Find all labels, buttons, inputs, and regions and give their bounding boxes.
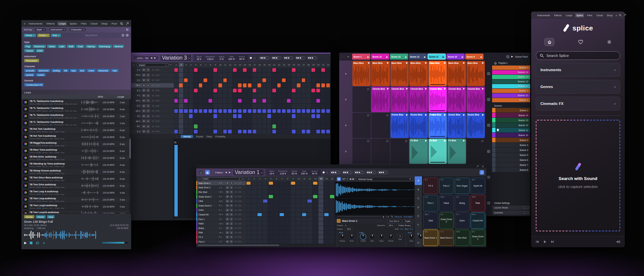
step-cell[interactable] <box>316 119 321 124</box>
remove-tag-icon[interactable]: × <box>58 34 59 36</box>
variation-chip[interactable] <box>307 56 317 60</box>
step-cell[interactable] <box>267 68 272 73</box>
step-cell[interactable] <box>228 98 233 104</box>
step-cell[interactable] <box>272 119 277 124</box>
step-cell[interactable] <box>203 104 208 109</box>
step-cell[interactable] <box>324 186 329 190</box>
next-sample-icon[interactable]: ▶ <box>352 178 354 180</box>
solo-button[interactable]: S <box>230 227 233 230</box>
bank-h[interactable]: H <box>415 238 422 247</box>
step-cell[interactable] <box>246 208 252 213</box>
step-cell[interactable] <box>198 83 203 88</box>
clear-filter-icon[interactable] <box>121 34 124 37</box>
mute-button[interactable]: M <box>226 222 229 225</box>
step-cell[interactable] <box>285 186 291 190</box>
clip-play-icon[interactable]: ▶ <box>406 114 408 116</box>
step-cell[interactable] <box>262 73 267 78</box>
clip-cell[interactable]: Bass Biza▶ <box>391 61 409 86</box>
clip-fx-biza[interactable]: Fx Biza▶ <box>429 139 447 164</box>
step-cell[interactable] <box>193 109 198 114</box>
clip-cell[interactable]: Drums Biza▶ <box>447 113 466 138</box>
step-cell[interactable] <box>296 181 301 186</box>
step-cell[interactable] <box>203 68 208 73</box>
list-icon[interactable] <box>126 28 129 31</box>
step-cell[interactable] <box>268 212 274 217</box>
pattern-param-steps[interactable]: Steps16 ▾ <box>267 170 276 175</box>
scene-play-icon[interactable]: ▶ <box>386 56 388 58</box>
step-cell[interactable] <box>311 78 316 83</box>
close-icon[interactable] <box>482 165 484 168</box>
clip-chords-biza[interactable]: Chords Biza▶ <box>409 87 428 112</box>
clip-play-icon[interactable]: ▶ <box>425 87 427 90</box>
step-cell[interactable] <box>193 83 198 88</box>
mute-button[interactable]: M <box>226 240 229 243</box>
mute-button[interactable]: M <box>142 89 146 92</box>
step-cell[interactable] <box>307 221 313 226</box>
record-icon[interactable] <box>323 171 325 173</box>
mute-button[interactable]: M <box>226 227 229 230</box>
step-cell[interactable] <box>198 114 203 119</box>
popout-icon[interactable] <box>623 14 626 17</box>
clip-play-icon[interactable]: ▶ <box>463 87 465 90</box>
loop-row[interactable]: TB Tom Loop2A.audioloopDrums, EDM, House… <box>22 210 131 213</box>
step-cell[interactable] <box>238 93 243 99</box>
filter-chip[interactable]: kicksnare <box>97 69 110 72</box>
step-cell[interactable] <box>252 104 257 109</box>
loop-row[interactable]: TB Tom Loop A.audioloopDrums, EDM, House… <box>22 189 131 196</box>
step-cell[interactable] <box>291 181 296 186</box>
step-cell[interactable] <box>296 83 301 88</box>
mute-button[interactable]: M <box>142 94 146 97</box>
loop-row[interactable]: TB Stomp Groove.audioloopDrums, EDM, Hou… <box>22 168 131 175</box>
mute-button[interactable]: M <box>226 231 229 234</box>
step-cell[interactable] <box>246 195 252 199</box>
step-cell[interactable] <box>223 73 228 78</box>
step-cell[interactable] <box>267 78 272 83</box>
knob-dial[interactable] <box>409 234 414 239</box>
step-cell[interactable] <box>296 93 301 99</box>
step-cell[interactable] <box>279 195 285 199</box>
bank-e[interactable]: E <box>415 212 422 221</box>
step-cell[interactable] <box>208 73 213 78</box>
preview-tag[interactable]: loop <box>47 215 55 218</box>
step-cell[interactable] <box>267 119 272 124</box>
pointer-icon[interactable] <box>126 22 129 25</box>
clip-cell[interactable]: Drums Biza▶ <box>409 113 428 138</box>
step-cell[interactable] <box>184 104 189 109</box>
step-cell[interactable] <box>318 204 324 208</box>
step-cell[interactable] <box>223 78 228 83</box>
step-cell[interactable] <box>252 226 257 231</box>
clip-play-icon[interactable]: ▶ <box>406 62 408 64</box>
step-cell[interactable] <box>326 98 331 104</box>
mute-button[interactable]: M <box>142 130 146 133</box>
step-cell[interactable] <box>252 68 257 73</box>
step-cell[interactable] <box>272 83 277 88</box>
step-cell[interactable] <box>193 119 198 124</box>
step-cell[interactable] <box>193 93 198 99</box>
step-cell[interactable] <box>218 98 223 104</box>
step-cell[interactable] <box>301 199 307 204</box>
filter-chip[interactable]: cymbal <box>24 73 35 76</box>
step-cell[interactable] <box>285 204 291 208</box>
row-stop-icon[interactable] <box>487 98 490 101</box>
step-cell[interactable] <box>252 217 257 222</box>
sample-waveform[interactable] <box>335 182 414 215</box>
step-cell[interactable] <box>287 68 292 73</box>
loop-row[interactable]: TB Tom Loop.audioloopDrums, EDM, House, … <box>22 196 131 203</box>
plugin-nav-cloud[interactable]: Cloud <box>595 13 604 18</box>
scene-play-icon[interactable]: ▶ <box>442 56 444 58</box>
preset-dropdown[interactable]: Minimal House▾ <box>356 177 413 181</box>
step-cell[interactable] <box>213 83 218 88</box>
step-cell[interactable] <box>252 129 257 134</box>
step-cell[interactable] <box>307 240 313 244</box>
step-cell[interactable] <box>285 190 291 195</box>
step-cell[interactable] <box>326 114 331 119</box>
step-cell[interactable] <box>252 73 257 78</box>
step-cell[interactable] <box>274 186 279 190</box>
step-cell[interactable] <box>326 119 331 124</box>
step-cell[interactable] <box>285 217 291 222</box>
filter-chip[interactable]: Electropop <box>98 45 112 48</box>
category-card-genres[interactable]: Genres› <box>536 80 620 94</box>
step-cell[interactable] <box>262 68 267 73</box>
knob-cutoff[interactable]: Cutoff <box>359 234 367 242</box>
step-cell[interactable] <box>277 129 282 134</box>
